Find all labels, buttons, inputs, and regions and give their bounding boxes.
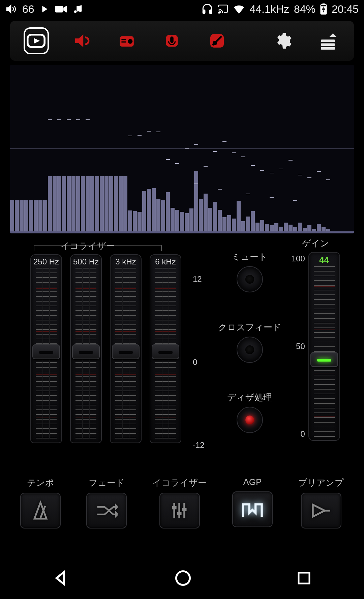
- svg-rect-37: [177, 512, 181, 515]
- eq-group: イコライザー 250 Hz 500 Hz 3 kHz 6: [10, 237, 205, 467]
- svg-marker-1: [42, 6, 47, 12]
- status-bar: 66 44.1kHz 84% 20:45: [0, 0, 364, 18]
- svg-rect-2: [55, 6, 63, 12]
- svg-rect-26: [321, 43, 335, 46]
- svg-rect-25: [321, 39, 335, 42]
- agp-label: AGP: [243, 477, 262, 487]
- svg-marker-32: [116, 513, 118, 516]
- eq-scale-mid: 0: [193, 358, 205, 367]
- music-icon: [73, 4, 83, 14]
- svg-rect-34: [178, 503, 180, 518]
- svg-marker-0: [7, 5, 11, 12]
- battery-charging-icon: [320, 3, 327, 15]
- svg-point-42: [176, 571, 190, 585]
- svg-rect-18: [121, 39, 126, 40]
- eq-label: イコライザー: [61, 240, 205, 252]
- settings-tab[interactable]: [270, 27, 295, 54]
- svg-marker-15: [75, 34, 83, 47]
- video-icon: [55, 5, 67, 13]
- mute-label: ミュート: [232, 251, 268, 263]
- eq-slider-500hz[interactable]: 500 Hz: [70, 254, 102, 443]
- svg-rect-36: [172, 506, 176, 509]
- gain-scale: 100 50 0: [292, 252, 305, 441]
- agp-button[interactable]: [232, 491, 273, 527]
- eq-slider-3khz[interactable]: 3 kHz: [110, 254, 142, 443]
- eq-scale-max: 12: [193, 275, 205, 284]
- home-button[interactable]: [174, 569, 192, 589]
- svg-rect-6: [203, 10, 205, 13]
- gain-scale-mid: 50: [292, 342, 305, 351]
- recent-button[interactable]: [296, 570, 312, 588]
- gain-slider[interactable]: 44: [308, 252, 340, 441]
- play-icon: [40, 5, 49, 13]
- eq-slider-6khz[interactable]: 6 kHz: [150, 254, 181, 443]
- svg-marker-41: [57, 572, 64, 584]
- svg-point-17: [128, 39, 133, 44]
- svg-marker-28: [329, 33, 337, 37]
- svg-point-4: [74, 10, 77, 13]
- svg-marker-39: [313, 505, 325, 517]
- crossfeed-label: クロスフィード: [218, 321, 281, 333]
- headphones-icon: [202, 3, 213, 15]
- eq-button-label: イコライザー: [152, 477, 207, 489]
- fade-button[interactable]: [86, 493, 127, 529]
- dither-toggle[interactable]: [237, 407, 263, 433]
- crossfeed-toggle[interactable]: [237, 337, 263, 363]
- sample-rate: 44.1kHz: [249, 3, 289, 16]
- mic-tab[interactable]: [159, 27, 184, 54]
- svg-marker-3: [63, 6, 67, 12]
- tempo-button[interactable]: [20, 493, 61, 529]
- cast-icon: [218, 4, 229, 15]
- speaker-tab[interactable]: [69, 27, 94, 54]
- svg-marker-31: [116, 505, 118, 509]
- svg-rect-21: [170, 36, 174, 43]
- spectrum-visualizer: [10, 65, 354, 233]
- svg-rect-19: [121, 41, 126, 42]
- clock: 20:45: [332, 3, 359, 16]
- system-navbar: [0, 559, 364, 599]
- svg-point-8: [219, 12, 220, 13]
- dither-label: ディザ処理: [227, 392, 272, 403]
- svg-rect-43: [299, 573, 309, 583]
- preamp-button[interactable]: [301, 493, 341, 529]
- eq-slider-250hz[interactable]: 250 Hz: [30, 254, 62, 443]
- gain-label: ゲイン: [302, 237, 329, 249]
- eq-scale-min: -12: [193, 440, 205, 450]
- back-button[interactable]: [52, 569, 70, 589]
- fade-label: フェード: [89, 477, 125, 489]
- volume-level: 66: [22, 3, 34, 16]
- svg-point-24: [213, 41, 217, 45]
- svg-rect-33: [173, 503, 175, 518]
- svg-rect-10: [323, 3, 325, 4]
- preamp-label: プリアンプ: [298, 477, 344, 489]
- menu-tab[interactable]: [315, 27, 340, 54]
- wifi-icon: [233, 4, 245, 14]
- volume-icon: [5, 4, 16, 15]
- battery-percent: 84%: [294, 3, 315, 16]
- guitar-tab[interactable]: [205, 27, 230, 54]
- mute-toggle[interactable]: [237, 266, 263, 292]
- tempo-label: テンポ: [27, 477, 54, 489]
- app-toolbar: [10, 21, 354, 61]
- eq-freq-label: 6 kHz: [150, 257, 181, 266]
- svg-marker-14: [34, 38, 40, 44]
- bottom-row: テンポ フェード イコライザー AGP プリアンプ: [20, 477, 344, 529]
- eq-button[interactable]: [159, 493, 200, 529]
- svg-point-5: [79, 9, 82, 12]
- eq-freq-label: 250 Hz: [31, 257, 61, 266]
- gain-value: 44: [309, 255, 339, 265]
- svg-rect-7: [210, 10, 212, 13]
- play-tab[interactable]: [24, 27, 49, 54]
- gain-scale-min: 0: [292, 429, 305, 439]
- eq-freq-label: 3 kHz: [111, 257, 141, 266]
- radio-tab[interactable]: [114, 27, 139, 54]
- eq-freq-label: 500 Hz: [71, 257, 101, 266]
- svg-rect-38: [182, 508, 186, 511]
- eq-scale: 12 0 -12: [193, 254, 205, 453]
- svg-rect-27: [321, 47, 335, 50]
- gain-scale-max: 100: [292, 254, 305, 263]
